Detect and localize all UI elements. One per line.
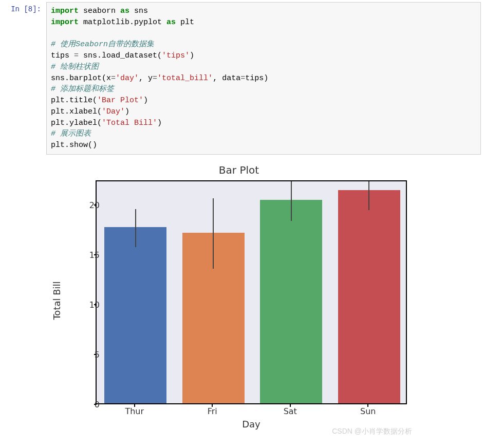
y-tick-label: 10 [79, 300, 100, 309]
chart-output: Bar Plot Total Bill Day 05101520ThurFriS… [46, 162, 416, 439]
errorbar-sun [368, 181, 369, 210]
errorbar-sat [291, 181, 292, 221]
y-axis-label: Total Bill [51, 281, 62, 320]
bar-sat [260, 200, 322, 403]
x-tick-label: Sat [284, 406, 297, 416]
x-tick-label: Sun [360, 406, 376, 416]
watermark: CSDN @小肖学数据分析 [332, 427, 412, 436]
code-editor[interactable]: import seaborn as sns import matplotlib.… [46, 2, 481, 155]
y-tick-label: 0 [79, 399, 100, 409]
y-tick-label: 15 [79, 250, 100, 260]
x-tick-label: Thur [125, 406, 144, 416]
y-tick-label: 5 [79, 349, 100, 359]
bar-sun [338, 190, 400, 403]
errorbar-fri [213, 198, 214, 269]
chart-title: Bar Plot [62, 162, 416, 176]
input-prompt: In [8]: [0, 2, 46, 13]
y-tick-label: 20 [79, 200, 100, 210]
code-cell: In [8]: import seaborn as sns import mat… [0, 0, 484, 155]
errorbar-thur [135, 209, 136, 247]
x-tick-label: Fri [208, 406, 217, 416]
bar-thur [104, 227, 166, 403]
plot-area [96, 180, 407, 404]
